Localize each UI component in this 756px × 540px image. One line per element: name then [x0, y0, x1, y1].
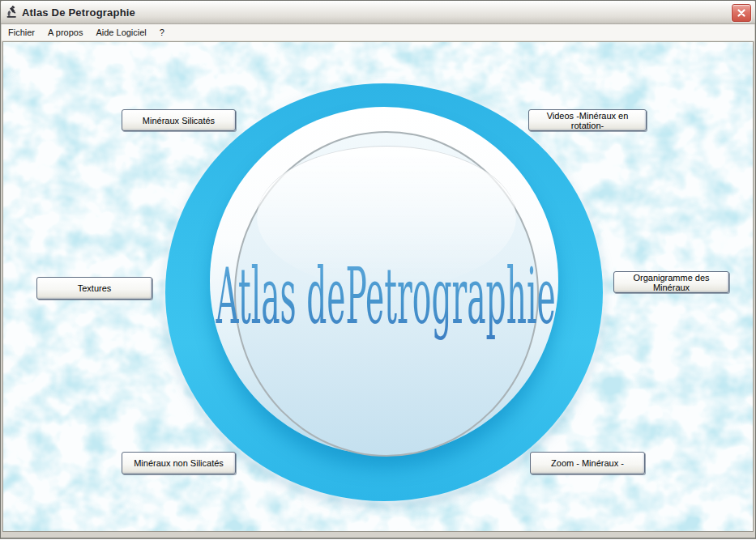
button-zoom-mineraux[interactable]: Zoom - Minéraux - [530, 452, 645, 474]
button-mineraux-silicates[interactable]: Minéraux Silicatés [122, 109, 236, 131]
close-button[interactable] [732, 4, 751, 22]
button-videos-mineraux-en-rotation[interactable]: Videos -Minéraux en rotation- [528, 109, 647, 131]
close-icon [737, 9, 745, 17]
menubar: Fichier A propos Aide Logiciel ? [2, 24, 754, 41]
menu-item-fichier[interactable]: Fichier [2, 25, 41, 40]
menu-item-a-propos[interactable]: A propos [41, 25, 89, 40]
client-area: Atlas dePetrographie Minéraux Silicatés … [2, 41, 754, 532]
app-window: Atlas De Petrographie Fichier A propos A… [0, 0, 756, 539]
button-mineraux-non-silicates[interactable]: Minéraux non Silicatés [122, 452, 236, 474]
menu-item-help[interactable]: ? [153, 25, 171, 40]
logo-text: Atlas dePetrographie [216, 251, 555, 342]
menu-item-aide-logiciel[interactable]: Aide Logiciel [89, 25, 152, 40]
titlebar: Atlas De Petrographie [1, 1, 755, 24]
button-textures[interactable]: Textures [36, 277, 152, 300]
microscope-icon [6, 6, 19, 19]
window-title: Atlas De Petrographie [22, 6, 135, 19]
button-organigramme-des-mineraux[interactable]: Organigramme des Minéraux [613, 271, 729, 293]
